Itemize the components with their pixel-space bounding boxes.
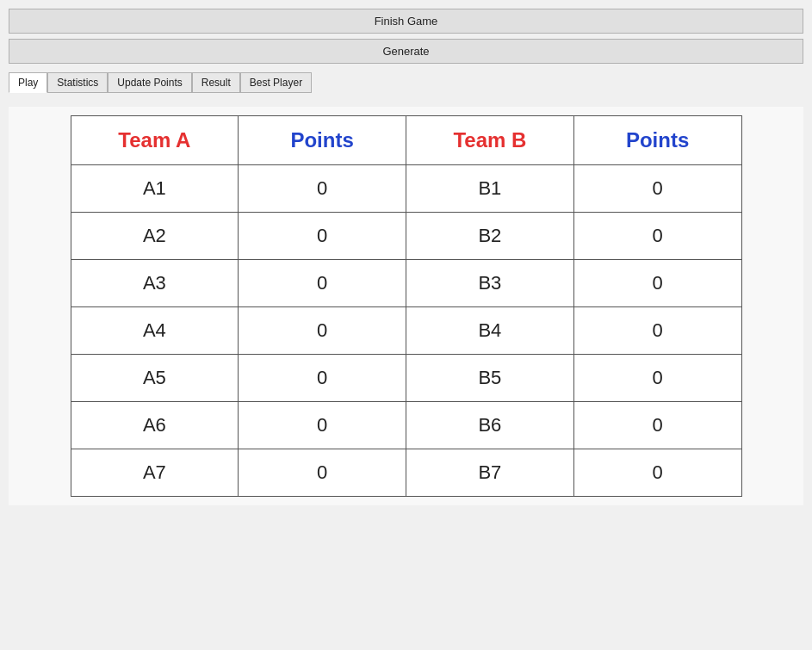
- player-a-6: A6: [71, 402, 239, 449]
- tab-update-points[interactable]: Update Points: [108, 72, 191, 93]
- game-table: Team A Points Team B Points A1 0 B1 0 A2…: [71, 115, 742, 497]
- points-a-3: 0: [239, 260, 406, 307]
- player-b-5: B5: [406, 355, 574, 402]
- finish-game-button[interactable]: Finish Game: [9, 9, 803, 34]
- header-team-b: Team B: [406, 116, 574, 165]
- main-content: Team A Points Team B Points A1 0 B1 0 A2…: [9, 107, 803, 505]
- table-row: A6 0 B6 0: [71, 402, 741, 449]
- player-a-7: A7: [71, 449, 239, 497]
- tab-statistics[interactable]: Statistics: [47, 72, 108, 93]
- points-b-1: 0: [573, 165, 741, 213]
- table-row: A4 0 B4 0: [71, 307, 741, 355]
- player-a-3: A3: [71, 260, 239, 307]
- player-a-4: A4: [71, 307, 239, 355]
- header-team-a: Team A: [71, 116, 239, 165]
- points-a-6: 0: [239, 402, 406, 449]
- table-row: A5 0 B5 0: [71, 355, 741, 402]
- points-a-7: 0: [239, 449, 406, 497]
- points-b-6: 0: [573, 402, 741, 449]
- points-b-4: 0: [573, 307, 741, 355]
- player-b-4: B4: [406, 307, 574, 355]
- tab-result[interactable]: Result: [192, 72, 240, 93]
- tab-best-player[interactable]: Best Player: [240, 72, 312, 93]
- player-b-7: B7: [406, 449, 574, 497]
- points-b-5: 0: [573, 355, 741, 402]
- table-row: A2 0 B2 0: [71, 213, 741, 260]
- player-a-5: A5: [71, 355, 239, 402]
- points-a-1: 0: [239, 165, 406, 213]
- table-row: A1 0 B1 0: [71, 165, 741, 213]
- tab-bar: Play Statistics Update Points Result Bes…: [9, 72, 803, 93]
- points-b-7: 0: [573, 449, 741, 497]
- table-row: A3 0 B3 0: [71, 260, 741, 307]
- points-a-5: 0: [239, 355, 406, 402]
- table-row: A7 0 B7 0: [71, 449, 741, 497]
- player-b-1: B1: [406, 165, 574, 213]
- tab-play[interactable]: Play: [9, 72, 47, 93]
- header-points-a: Points: [239, 116, 406, 165]
- points-a-2: 0: [239, 213, 406, 260]
- points-b-3: 0: [573, 260, 741, 307]
- generate-button[interactable]: Generate: [9, 39, 803, 64]
- player-a-2: A2: [71, 213, 239, 260]
- header-points-b: Points: [573, 116, 741, 165]
- points-b-2: 0: [573, 213, 741, 260]
- player-b-3: B3: [406, 260, 574, 307]
- player-b-6: B6: [406, 402, 574, 449]
- player-b-2: B2: [406, 213, 574, 260]
- player-a-1: A1: [71, 165, 239, 213]
- points-a-4: 0: [239, 307, 406, 355]
